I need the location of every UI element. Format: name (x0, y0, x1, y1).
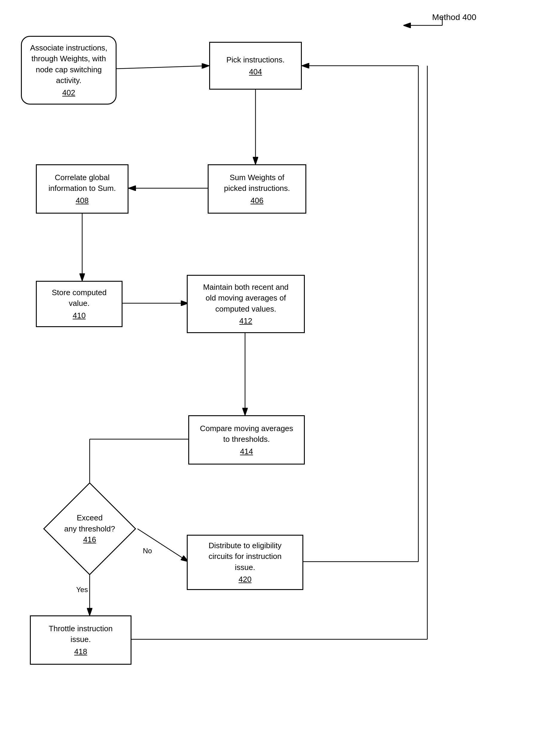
diagram: Method 400 (0, 0, 560, 734)
node-410: Store computedvalue. 410 (36, 281, 123, 327)
node-408-ref: 408 (76, 195, 88, 206)
node-412-ref: 412 (239, 316, 252, 326)
node-402: Associate instructions,through Weights, … (21, 36, 117, 105)
svg-line-3 (117, 66, 209, 69)
node-418: Throttle instructionissue. 418 (30, 615, 131, 665)
node-412: Maintain both recent andold moving avera… (187, 275, 305, 333)
node-406-ref: 406 (250, 195, 263, 206)
node-414: Compare moving averagesto thresholds. 41… (188, 415, 305, 464)
arrow-label-no: No (143, 547, 152, 555)
node-420-ref: 420 (238, 574, 251, 585)
node-420: Distribute to eligibilitycircuits for in… (187, 535, 303, 590)
svg-line-11 (137, 529, 188, 562)
node-418-ref: 418 (74, 646, 87, 657)
node-408: Correlate globalinformation to Sum. 408 (36, 164, 128, 214)
node-414-ref: 414 (240, 446, 253, 457)
node-404-ref: 404 (249, 66, 262, 77)
node-416-label: Exceedany threshold? (64, 513, 115, 533)
node-402-label: Associate instructions,through Weights, … (30, 42, 108, 86)
node-416-text: Exceedany threshold? 416 (64, 512, 115, 545)
node-414-label: Compare moving averagesto thresholds. (200, 423, 293, 445)
node-416-ref: 416 (83, 535, 96, 544)
node-406: Sum Weights ofpicked instructions. 406 (208, 164, 306, 214)
node-412-label: Maintain both recent andold moving avera… (203, 282, 288, 314)
node-404-label: Pick instructions. (226, 54, 284, 65)
arrow-label-yes: Yes (76, 585, 88, 594)
node-406-label: Sum Weights ofpicked instructions. (224, 172, 290, 194)
node-416: Exceedany threshold? 416 (42, 490, 137, 568)
node-420-label: Distribute to eligibilitycircuits for in… (209, 540, 281, 573)
node-418-label: Throttle instructionissue. (49, 623, 113, 645)
node-408-label: Correlate globalinformation to Sum. (48, 172, 116, 194)
node-402-ref: 402 (62, 87, 75, 98)
node-404: Pick instructions. 404 (209, 42, 302, 90)
node-410-ref: 410 (73, 310, 85, 321)
node-410-label: Store computedvalue. (52, 287, 107, 309)
method-label: Method 400 (432, 13, 476, 22)
